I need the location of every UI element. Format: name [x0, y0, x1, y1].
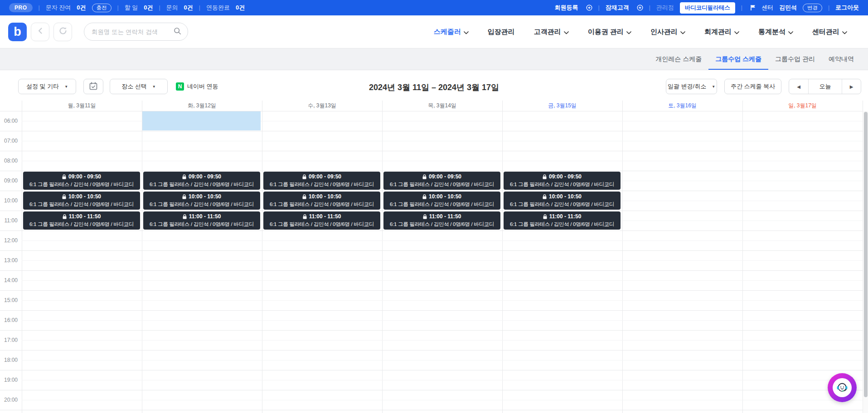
- class-event[interactable]: 10:00 - 10:506:1 그룹 필라테스 / 김민석 / 0명/6명 /…: [383, 192, 500, 210]
- class-event[interactable]: 11:00 - 11:506:1 그룹 필라테스 / 김민석 / 0명/6명 /…: [23, 211, 140, 230]
- next-week-button[interactable]: ▶: [842, 79, 861, 94]
- tab[interactable]: 예약내역: [822, 48, 861, 70]
- event-time: 10:00 - 10:50: [383, 193, 500, 201]
- time-label: 20:00: [0, 390, 22, 410]
- class-event[interactable]: 09:00 - 09:506:1 그룹 필라테스 / 김민석 / 0명/6명 /…: [383, 172, 500, 190]
- refresh-button[interactable]: [53, 23, 72, 41]
- prospect-link[interactable]: 잠재고객: [606, 4, 629, 12]
- nav-item[interactable]: 스케줄러: [434, 28, 469, 36]
- grid-line: [742, 101, 743, 413]
- refresh-icon: [58, 26, 68, 37]
- event-time: 10:00 - 10:50: [143, 193, 260, 201]
- grid-line: [22, 101, 22, 413]
- grid-line-half: [22, 141, 863, 141]
- bulk-change-dropdown[interactable]: 일괄 변경/취소 ▼: [666, 79, 717, 94]
- logout-button[interactable]: 로그아웃: [835, 4, 859, 12]
- grid-line-half: [22, 400, 863, 400]
- selected-time-slot[interactable]: [142, 111, 261, 130]
- grid-line-half: [22, 280, 863, 281]
- grid-line: [382, 101, 383, 413]
- arrow-left-icon: ◀: [797, 84, 800, 89]
- class-event[interactable]: 09:00 - 09:506:1 그룹 필라테스 / 김민석 / 0명/6명 /…: [263, 172, 380, 190]
- plus-circle-icon[interactable]: [637, 5, 643, 11]
- grid-line-half: [22, 300, 863, 301]
- class-event[interactable]: 10:00 - 10:506:1 그룹 필라테스 / 김민석 / 0명/6명 /…: [504, 192, 621, 210]
- grid-line: [0, 370, 863, 370]
- grid-line: [0, 250, 863, 251]
- charge-button[interactable]: 충전: [92, 4, 112, 12]
- search-icon[interactable]: [174, 27, 181, 37]
- schedule-tab-bar: 개인레슨 스케줄그룹수업 스케줄그룹수업 관리예약내역: [0, 48, 868, 70]
- class-event[interactable]: 11:00 - 11:506:1 그룹 필라테스 / 김민석 / 0명/6명 /…: [263, 211, 380, 230]
- stat-label: 할 일: [125, 4, 138, 12]
- lock-icon: [543, 174, 547, 179]
- nav-item[interactable]: 인사관리: [650, 28, 685, 36]
- event-time: 11:00 - 11:50: [23, 213, 140, 221]
- event-time: 11:00 - 11:50: [504, 213, 621, 221]
- class-event[interactable]: 09:00 - 09:506:1 그룹 필라테스 / 김민석 / 0명/6명 /…: [23, 172, 140, 190]
- class-event[interactable]: 10:00 - 10:506:1 그룹 필라테스 / 김민석 / 0명/6명 /…: [143, 192, 260, 210]
- plus-circle-icon[interactable]: [586, 5, 592, 11]
- center-name-badge[interactable]: 바디코디필라테스: [680, 2, 735, 14]
- nav-item[interactable]: 통계분석: [758, 28, 793, 36]
- divider: |: [828, 5, 829, 11]
- time-label: 06:00: [0, 111, 22, 131]
- caret-down-icon: ▼: [712, 85, 715, 89]
- support-chat-button[interactable]: [828, 373, 857, 402]
- grid-line: [0, 151, 863, 151]
- tab[interactable]: 개인레슨 스케줄: [649, 48, 708, 70]
- member-search[interactable]: [84, 23, 188, 41]
- nav-item[interactable]: 이용권 관리: [588, 28, 631, 36]
- lock-icon: [63, 214, 67, 219]
- grid-line: [0, 330, 863, 331]
- event-title: 6:1 그룹 필라테스 / 김민석 / 0명/6명 / 바디코디: [143, 181, 260, 188]
- topbar-stats: PRO |문자 잔여0건충전|할 일0건|문의0건|연동완료0건: [9, 3, 245, 12]
- class-event[interactable]: 10:00 - 10:506:1 그룹 필라테스 / 김민석 / 0명/6명 /…: [23, 192, 140, 210]
- tab[interactable]: 그룹수업 관리: [768, 48, 822, 70]
- class-event[interactable]: 11:00 - 11:506:1 그룹 필라테스 / 김민석 / 0명/6명 /…: [383, 211, 500, 230]
- admin-point-link[interactable]: 관리점: [656, 4, 674, 12]
- time-label: 13:00: [0, 250, 22, 270]
- app-logo[interactable]: b: [8, 23, 27, 41]
- search-input[interactable]: [92, 29, 174, 35]
- main-nav: 스케줄러입장관리고객관리이용권 관리인사관리회계관리통계분석센터관리: [434, 28, 868, 36]
- nav-item-label: 센터관리: [812, 28, 839, 36]
- change-center-button[interactable]: 변경: [803, 4, 822, 12]
- grid-line: [0, 410, 863, 410]
- member-register-link[interactable]: 회원등록: [555, 4, 578, 12]
- tab[interactable]: 그룹수업 스케줄: [708, 48, 768, 70]
- day-header: 목, 3월14일: [382, 101, 502, 111]
- grid-line-half: [22, 320, 863, 321]
- nav-item[interactable]: 고객관리: [534, 28, 569, 36]
- divider: |: [741, 5, 742, 11]
- scrollbar-thumb[interactable]: [864, 112, 868, 397]
- grid-line-half: [22, 161, 863, 161]
- lock-icon: [62, 194, 66, 199]
- stat-count: 0건: [184, 4, 193, 12]
- nav-item[interactable]: 입장관리: [488, 28, 515, 36]
- grid-line: [0, 171, 863, 171]
- stat-count: 0건: [144, 4, 153, 12]
- grid-line-half: [22, 340, 863, 341]
- prev-week-button[interactable]: ◀: [789, 79, 808, 94]
- event-time: 10:00 - 10:50: [23, 193, 140, 201]
- time-label: 10:00: [0, 191, 22, 211]
- nav-item[interactable]: 센터관리: [812, 28, 847, 36]
- class-event[interactable]: 10:00 - 10:506:1 그룹 필라테스 / 김민석 / 0명/6명 /…: [263, 192, 380, 210]
- chevron-down-icon: [564, 28, 569, 36]
- class-event[interactable]: 11:00 - 11:506:1 그룹 필라테스 / 김민석 / 0명/6명 /…: [143, 211, 260, 230]
- copy-week-button[interactable]: 주간 스케줄 복사: [724, 79, 781, 94]
- lock-icon: [422, 194, 427, 199]
- grid-line: [142, 101, 142, 413]
- lock-icon: [302, 194, 306, 199]
- event-time: 09:00 - 09:50: [383, 173, 500, 181]
- time-label: 15:00: [0, 290, 22, 310]
- nav-item[interactable]: 회계관리: [704, 28, 739, 36]
- grid-line: [0, 310, 863, 311]
- today-button[interactable]: 오늘: [808, 79, 842, 94]
- time-label: 14:00: [0, 270, 22, 290]
- class-event[interactable]: 11:00 - 11:506:1 그룹 필라테스 / 김민석 / 0명/6명 /…: [504, 211, 621, 230]
- class-event[interactable]: 09:00 - 09:506:1 그룹 필라테스 / 김민석 / 0명/6명 /…: [143, 172, 260, 190]
- class-event[interactable]: 09:00 - 09:506:1 그룹 필라테스 / 김민석 / 0명/6명 /…: [504, 172, 621, 190]
- back-button[interactable]: [31, 23, 49, 41]
